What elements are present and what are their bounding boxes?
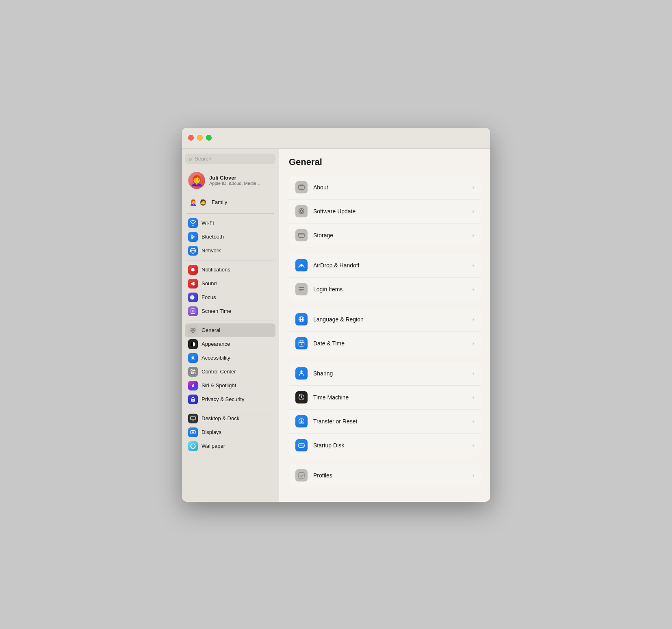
startupdisk-label: Startup Disk — [313, 442, 466, 449]
sidebar-divider-4 — [186, 409, 274, 409]
settings-row-timemachine[interactable]: Time Machine › — [289, 386, 481, 410]
svg-rect-14 — [191, 416, 195, 420]
wifi-icon — [188, 218, 198, 228]
sidebar-divider-3 — [186, 321, 274, 321]
minimize-button[interactable] — [197, 135, 203, 141]
sidebar-item-network[interactable]: Network — [185, 244, 275, 258]
profiles-chevron: › — [472, 472, 474, 479]
settings-row-sharing[interactable]: Sharing › — [289, 362, 481, 386]
sidebar-item-desktop[interactable]: Desktop & Dock — [185, 412, 275, 425]
sidebar-label-desktop: Desktop & Dock — [202, 415, 239, 421]
loginitems-label: Login Items — [313, 286, 466, 293]
content-area: ⌕ 👩‍🦰 Juli Clover Apple ID, iCloud, Medi… — [182, 149, 490, 502]
language-chevron: › — [472, 316, 474, 323]
svg-rect-32 — [299, 444, 304, 447]
sound-icon — [188, 279, 198, 288]
settings-row-datetime[interactable]: Date & Time › — [289, 332, 481, 355]
profiles-label: Profiles — [313, 472, 466, 479]
user-name: Juli Clover — [209, 175, 272, 181]
search-bar[interactable]: ⌕ — [185, 154, 275, 164]
sidebar-item-wallpaper[interactable]: Wallpaper — [185, 439, 275, 453]
loginitems-icon — [295, 283, 308, 295]
wallpaper-icon — [188, 441, 198, 451]
settings-row-language[interactable]: Language & Region › — [289, 308, 481, 332]
system-preferences-window: ⌕ 👩‍🦰 Juli Clover Apple ID, iCloud, Medi… — [182, 128, 490, 502]
sidebar-item-bluetooth[interactable]: Bluetooth — [185, 230, 275, 244]
family-avatar-1: 👩‍🦰 — [188, 197, 198, 207]
sidebar-item-focus[interactable]: Focus — [185, 291, 275, 304]
main-content: General About › — [279, 149, 490, 502]
settings-row-softwareupdate[interactable]: Software Update › — [289, 200, 481, 223]
svg-rect-8 — [191, 369, 193, 371]
sidebar-section-desktop: Desktop & Dock Displays — [185, 412, 275, 453]
page-title: General — [289, 157, 481, 167]
airdrop-icon — [295, 259, 308, 271]
settings-group-2: AirDrop & Handoff › Login Items › — [289, 254, 481, 301]
startupdisk-icon — [295, 439, 308, 451]
controlcenter-icon — [188, 367, 198, 377]
family-avatars: 👩‍🦰 🧔 — [188, 197, 208, 207]
svg-rect-18 — [299, 184, 303, 185]
sidebar-item-displays[interactable]: Displays — [185, 425, 275, 439]
settings-row-about[interactable]: About › — [289, 176, 481, 200]
settings-row-airdrop[interactable]: AirDrop & Handoff › — [289, 254, 481, 278]
sidebar-label-sound: Sound — [202, 280, 217, 286]
sidebar-label-accessibility: Accessibility — [202, 355, 230, 361]
search-input[interactable] — [195, 156, 271, 162]
settings-group-1: About › Software Update › — [289, 176, 481, 247]
family-avatar-2: 🧔 — [198, 197, 208, 207]
settings-row-transfer[interactable]: Transfer or Reset › — [289, 410, 481, 434]
svg-rect-10 — [191, 372, 193, 374]
storage-label: Storage — [313, 232, 466, 239]
settings-group-3: Language & Region › Date & Time › — [289, 308, 481, 355]
sidebar-item-appearance[interactable]: Appearance — [185, 337, 275, 351]
sidebar-label-displays: Displays — [202, 429, 221, 435]
user-info: Juli Clover Apple ID, iCloud, Media… — [209, 175, 272, 186]
close-button[interactable] — [188, 135, 194, 141]
user-profile-item[interactable]: 👩‍🦰 Juli Clover Apple ID, iCloud, Media… — [185, 169, 275, 191]
sidebar-label-focus: Focus — [202, 294, 216, 300]
sidebar-item-wifi[interactable]: Wi-Fi — [185, 216, 275, 230]
transfer-icon — [295, 415, 308, 427]
privacy-icon — [188, 395, 198, 404]
settings-row-profiles[interactable]: Profiles › — [289, 464, 481, 487]
softwareupdate-label: Software Update — [313, 208, 466, 215]
svg-rect-21 — [299, 233, 304, 237]
timemachine-chevron: › — [472, 394, 474, 401]
timemachine-label: Time Machine — [313, 394, 466, 401]
transfer-chevron: › — [472, 418, 474, 425]
sidebar-item-notifications[interactable]: Notifications — [185, 263, 275, 277]
settings-row-startupdisk[interactable]: Startup Disk › — [289, 434, 481, 457]
sharing-label: Sharing — [313, 370, 466, 377]
svg-point-13 — [193, 400, 193, 401]
user-subtitle: Apple ID, iCloud, Media… — [209, 181, 272, 186]
startupdisk-chevron: › — [472, 442, 474, 449]
loginitems-chevron: › — [472, 286, 474, 293]
sharing-chevron: › — [472, 370, 474, 377]
datetime-chevron: › — [472, 340, 474, 347]
sidebar-label-wifi: Wi-Fi — [202, 220, 214, 226]
sidebar-item-controlcenter[interactable]: Control Center — [185, 365, 275, 379]
maximize-button[interactable] — [206, 135, 212, 141]
svg-rect-22 — [299, 234, 304, 235]
settings-row-loginitems[interactable]: Login Items › — [289, 278, 481, 301]
sidebar-section-system: Notifications Sound — [185, 263, 275, 318]
family-item[interactable]: 👩‍🦰 🧔 Family — [185, 195, 275, 209]
airdrop-chevron: › — [472, 262, 474, 269]
avatar: 👩‍🦰 — [188, 172, 205, 189]
settings-row-storage[interactable]: Storage › — [289, 223, 481, 247]
sidebar-label-notifications: Notifications — [202, 267, 230, 273]
timemachine-icon — [295, 391, 308, 403]
storage-chevron: › — [472, 232, 474, 239]
titlebar — [182, 128, 490, 149]
sidebar-item-general[interactable]: General — [185, 323, 275, 337]
sidebar-item-siri[interactable]: Siri & Spotlight — [185, 379, 275, 393]
sidebar-item-sound[interactable]: Sound — [185, 277, 275, 291]
about-label: About — [313, 184, 466, 191]
sidebar: ⌕ 👩‍🦰 Juli Clover Apple ID, iCloud, Medi… — [182, 149, 279, 502]
svg-rect-23 — [299, 236, 304, 236]
sidebar-item-privacy[interactable]: Privacy & Security — [185, 393, 275, 406]
sidebar-item-screentime[interactable]: Screen Time — [185, 304, 275, 318]
sidebar-item-accessibility[interactable]: Accessibility — [185, 351, 275, 365]
about-chevron: › — [472, 184, 474, 191]
